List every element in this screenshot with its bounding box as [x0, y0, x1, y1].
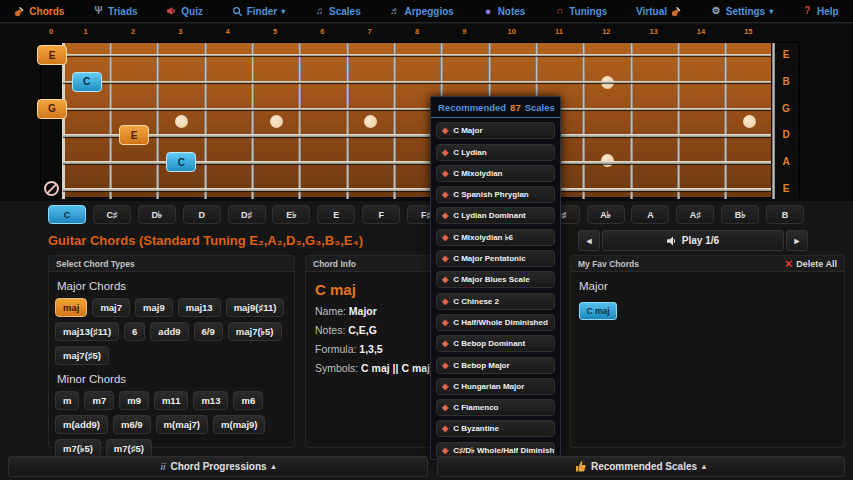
note-button[interactable]: F: [362, 205, 400, 224]
note-selector-row: CC♯D♭DD♯E♭EFF♯G♭GG♯A♭AA♯B♭B: [48, 205, 804, 225]
chord-type-button[interactable]: m9: [119, 391, 149, 410]
string-label: E: [776, 49, 796, 60]
chord-progressions-bar[interactable]: ii Chord Progressions ▴: [8, 456, 428, 477]
nav-item-scales[interactable]: ♫ Scales ▾: [314, 6, 361, 17]
scale-item[interactable]: ◆ C Bebop Dominant: [436, 335, 555, 352]
nav-item-notes[interactable]: ● Notes ▾: [483, 6, 526, 17]
note-marker[interactable]: C: [166, 152, 196, 172]
chevron-up-icon: ▴: [272, 462, 276, 471]
string-label: D: [776, 129, 796, 140]
chord-type-button[interactable]: maj7(♯5): [55, 346, 109, 365]
delete-all-button[interactable]: × Delete All: [785, 257, 837, 270]
note-button[interactable]: C♯: [93, 205, 131, 224]
fret-wire: [630, 43, 633, 199]
fretboard[interactable]: EBGDAEECGEC: [40, 42, 800, 198]
chord-type-button[interactable]: maj: [55, 298, 87, 317]
note-button[interactable]: B: [766, 205, 804, 224]
nav-item-triads[interactable]: Ψ Triads ▾: [93, 6, 137, 17]
chord-type-button[interactable]: m(maj7): [156, 415, 208, 434]
chord-type-button[interactable]: m13: [193, 391, 228, 410]
inlay-dot: [364, 115, 377, 128]
scale-item[interactable]: ◆ C Major Blues Scale: [436, 271, 555, 288]
fret-number: 2: [125, 27, 141, 36]
note-button[interactable]: A♯: [676, 205, 714, 224]
fret-number: 15: [740, 27, 756, 36]
fret-wire: [204, 43, 207, 199]
scale-item[interactable]: ◆ C Lydian: [436, 144, 555, 161]
scale-item[interactable]: ◆ C Lydian Dominant: [436, 207, 555, 224]
note-button[interactable]: A: [631, 205, 669, 224]
page-title: Guitar Chords (Standard Tuning E₂,A₂,D₃,…: [48, 233, 363, 248]
chord-type-button[interactable]: maj7(♭5): [228, 322, 282, 341]
fret-number: 3: [172, 27, 188, 36]
note-marker[interactable]: E: [119, 125, 149, 145]
chord-type-button[interactable]: maj9: [135, 298, 173, 317]
diamond-icon: ◆: [442, 403, 448, 412]
chord-type-button[interactable]: m: [55, 391, 79, 410]
note-button[interactable]: D♭: [138, 205, 176, 224]
scale-item[interactable]: ◆ C Spanish Phrygian: [436, 186, 555, 203]
fret-wire: [582, 43, 585, 199]
chord-type-button[interactable]: m7: [84, 391, 114, 410]
nav-item-tunings[interactable]: ∩ Tunings ▾: [554, 6, 607, 17]
note-button[interactable]: D: [183, 205, 221, 224]
note-button[interactable]: A♭: [587, 205, 625, 224]
recommended-scales-bar[interactable]: Recommended Scales ▴: [437, 456, 845, 477]
scale-item[interactable]: ◆ C Mixolydian ♭6: [436, 229, 555, 246]
chord-type-button[interactable]: m6/9: [113, 415, 151, 434]
fret-number: 1: [78, 27, 94, 36]
scale-item[interactable]: ◆ C Chinese 2: [436, 293, 555, 310]
nav-item-finder[interactable]: Finder ▾: [232, 6, 286, 17]
prev-chord-button[interactable]: ◄: [578, 230, 600, 251]
chord-type-button[interactable]: maj13(♯11): [55, 322, 119, 341]
scale-item[interactable]: ◆ C Major Pentatonic: [436, 250, 555, 267]
string-label: A: [776, 156, 796, 167]
diamond-icon: ◆: [442, 211, 448, 220]
nav-item-arpeggios[interactable]: ♬ Arpeggios ▾: [389, 6, 453, 17]
recommended-scales-dropdown: Recommended 87 Scales ◆ C Major ◆ C Lydi…: [430, 96, 561, 460]
play-button[interactable]: Play 1/6: [602, 230, 784, 251]
fret-number: 5: [267, 27, 283, 36]
chord-type-button[interactable]: 6/9: [194, 322, 223, 341]
scale-item[interactable]: ◆ C Half/Whole Diminished: [436, 314, 555, 331]
fav-chord-chip[interactable]: C maj: [579, 302, 617, 320]
chord-type-button[interactable]: 6: [124, 322, 145, 341]
chord-type-button[interactable]: add9: [150, 322, 188, 341]
fret-number: 7: [362, 27, 378, 36]
inlay-dot: [601, 154, 614, 167]
diamond-icon: ◆: [442, 446, 448, 455]
inlay-dot: [743, 115, 756, 128]
note-button[interactable]: B♭: [721, 205, 759, 224]
chord-type-button[interactable]: maj7: [92, 298, 130, 317]
muted-string-icon[interactable]: [44, 181, 59, 196]
note-marker[interactable]: G: [37, 99, 67, 119]
chord-type-button[interactable]: m6: [233, 391, 263, 410]
chord-type-button[interactable]: m11: [154, 391, 189, 410]
nav-item-chords[interactable]: Chords ▾: [14, 6, 64, 17]
scale-item[interactable]: ◆ C Bebop Major: [436, 357, 555, 374]
nav-item-help[interactable]: ? Help ▾: [802, 6, 839, 17]
string-label: B: [776, 76, 796, 87]
scale-item[interactable]: ◆ C Major: [436, 122, 555, 139]
note-button[interactable]: E: [317, 205, 355, 224]
note-button[interactable]: C: [48, 205, 86, 224]
scale-item[interactable]: ◆ C Hungarian Major: [436, 378, 555, 395]
nav-item-virtual[interactable]: Virtual ▾: [636, 6, 682, 17]
chord-type-button[interactable]: m(maj9): [213, 415, 265, 434]
note-marker[interactable]: C: [72, 72, 102, 92]
thumbs-up-icon: [576, 461, 586, 472]
chord-type-button[interactable]: maj9(♯11): [226, 298, 285, 317]
scale-item[interactable]: ◆ C Byzantine: [436, 420, 555, 437]
fret-number: 13: [646, 27, 662, 36]
note-button[interactable]: D♯: [228, 205, 266, 224]
next-chord-button[interactable]: ►: [786, 230, 808, 251]
note-button[interactable]: E♭: [272, 205, 310, 224]
scale-item[interactable]: ◆ C Mixolydian: [436, 165, 555, 182]
scale-item[interactable]: ◆ C Flamenco: [436, 399, 555, 416]
chord-type-button[interactable]: m(add9): [55, 415, 108, 434]
nav-item-settings[interactable]: ⚙ Settings ▾: [711, 6, 773, 17]
chord-type-button[interactable]: maj13: [178, 298, 221, 317]
nav-item-quiz[interactable]: Quiz ▾: [166, 6, 203, 17]
note-marker[interactable]: E: [37, 45, 67, 65]
fret-wire: [298, 43, 301, 199]
